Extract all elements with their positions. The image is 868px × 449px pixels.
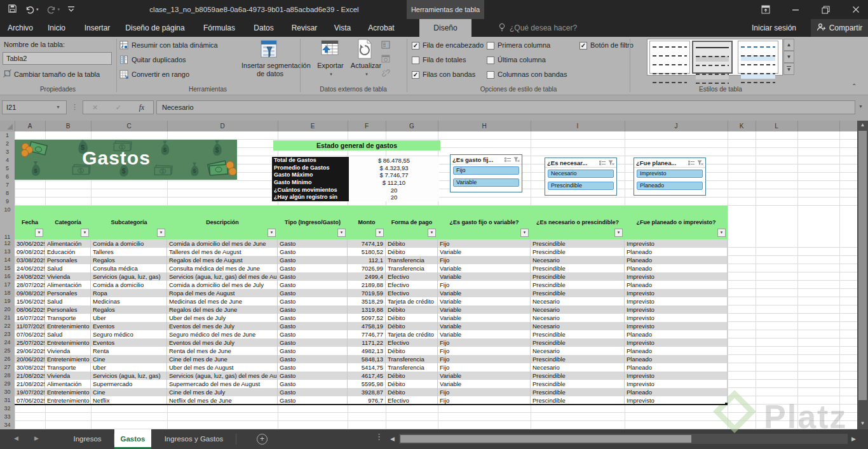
insert-slicer-button[interactable]: Insertar segmentación de datos <box>241 62 299 78</box>
row-number-27[interactable]: 27 <box>0 363 15 372</box>
row-number-33[interactable]: 33 <box>0 413 15 421</box>
table-row[interactable]: 15/06/2025SaludMedicinasMedicinas del me… <box>15 297 728 305</box>
filter-button-1[interactable]: ▼ <box>81 229 89 237</box>
row-number-4[interactable]: 4 <box>0 156 15 164</box>
sheet-nav-right-icon[interactable]: ▶ <box>34 435 39 441</box>
insert-function-icon[interactable]: fx <box>139 104 144 111</box>
horizontal-scrollbar[interactable] <box>399 434 848 444</box>
vertical-scroll-thumb[interactable] <box>858 131 867 400</box>
row-number-26[interactable]: 26 <box>0 355 15 363</box>
filter-button-3[interactable]: ▼ <box>268 229 276 237</box>
unlink-icon[interactable] <box>381 69 390 78</box>
column-header-C[interactable]: C <box>91 121 167 131</box>
row-number-31[interactable]: 31 <box>0 396 15 405</box>
filter-button-4[interactable]: ▼ <box>337 229 346 237</box>
expand-formula-bar-icon[interactable]: ▼ <box>858 104 863 109</box>
sheet-tab-gastos[interactable]: Gastos <box>114 429 151 449</box>
collapse-ribbon-icon[interactable]: ⌃ <box>851 83 857 90</box>
row-number-17[interactable]: 17 <box>0 281 15 289</box>
filter-button-6[interactable]: ▼ <box>428 229 436 237</box>
table-row[interactable]: 24/06/2025SaludConsulta médicaConsulta m… <box>15 264 728 272</box>
undo-dropdown-icon[interactable]: ▾ <box>36 7 39 12</box>
vertical-scrollbar[interactable]: ▲ ▼ <box>857 121 868 429</box>
row-number-16[interactable]: 16 <box>0 272 15 281</box>
filter-button-0[interactable]: ▼ <box>35 229 43 237</box>
table-style-swatch-plain[interactable] <box>649 41 690 74</box>
tab-vista[interactable]: Vista <box>329 19 356 37</box>
tab-acrobat[interactable]: Acrobat <box>362 19 400 37</box>
column-header-A[interactable]: A <box>15 121 45 131</box>
row-number-12[interactable]: 12 <box>0 239 15 248</box>
table-row[interactable]: 28/07/2025AlimentaciónComida a domicilio… <box>15 281 728 289</box>
tab-diseno[interactable]: Diseño <box>419 19 471 37</box>
table-row[interactable]: 16/07/2025TransporteUberUber del mes de … <box>15 314 728 322</box>
customize-quick-access-icon[interactable] <box>67 4 75 15</box>
save-icon[interactable] <box>8 4 17 16</box>
tell-me-search[interactable]: ¿Qué desea hacer? <box>498 19 577 37</box>
filter-button-7[interactable]: ▼ <box>520 229 529 237</box>
checkbox-primera-columna[interactable] <box>487 42 494 50</box>
select-all-button[interactable] <box>0 121 15 131</box>
slicer-header[interactable]: ¿Es gasto fij... <box>451 155 522 164</box>
hscroll-right-icon[interactable]: ▶ <box>851 436 856 442</box>
row-number-1[interactable]: 1 <box>0 131 15 140</box>
table-row[interactable]: 20/06/2025EntretenimientoCineCine del me… <box>15 355 728 363</box>
row-number-34[interactable]: 34 <box>0 421 15 429</box>
filter-button-8[interactable]: ▼ <box>614 229 623 237</box>
column-header-H[interactable]: H <box>438 121 531 131</box>
row-number-6[interactable]: 6 <box>0 173 15 181</box>
name-box-dropdown-icon[interactable]: ▼ <box>56 101 60 114</box>
checkbox-fila-de-totales[interactable] <box>412 57 419 64</box>
tab-revisar[interactable]: Revisar <box>286 19 323 37</box>
row-number-22[interactable]: 22 <box>0 322 15 330</box>
checkbox-bot-n-de-filtro[interactable]: ✓ <box>580 42 587 50</box>
checkbox--ltima-columna[interactable] <box>487 57 494 64</box>
minimize-button[interactable] <box>786 0 805 19</box>
table-row[interactable]: 21/08/2025ViviendaServicios (agua, luz, … <box>15 372 728 380</box>
row-number-14[interactable]: 14 <box>0 256 15 264</box>
undo-button[interactable]: ▾ <box>25 5 39 14</box>
gallery-scroll-down-icon[interactable]: ▼ <box>783 51 794 63</box>
table-row[interactable]: 09/08/2025PersonalesRopaRopa del mes de … <box>15 289 728 297</box>
name-box[interactable]: I21 ▼ <box>2 100 67 114</box>
row-number-10[interactable]: 10 <box>0 206 15 214</box>
sheet-nav-left-icon[interactable]: ◀ <box>14 435 18 441</box>
row-number-8[interactable]: 8 <box>0 189 15 198</box>
table-row[interactable]: 30/08/2025TransporteUberUber del mes de … <box>15 363 728 372</box>
export-button[interactable]: Exportar▾ <box>314 62 347 78</box>
new-sheet-button[interactable]: + <box>257 434 268 445</box>
row-number-23[interactable]: 23 <box>0 330 15 338</box>
restore-button[interactable] <box>816 0 835 19</box>
slicer-header[interactable]: ¿Fue planea... <box>634 158 705 168</box>
tab-datos[interactable]: Datos <box>248 19 280 37</box>
hscroll-left-icon[interactable]: ◀ <box>390 436 395 442</box>
row-number-11[interactable]: 11 <box>0 214 15 239</box>
table-row[interactable]: 19/07/2025EntretenimientoCineCine del me… <box>15 388 728 396</box>
column-header-B[interactable]: B <box>45 121 91 131</box>
table-style-swatch-blue[interactable] <box>738 41 778 74</box>
row-number-19[interactable]: 19 <box>0 297 15 305</box>
tab-archivo[interactable]: Archivo <box>5 19 36 37</box>
slicer-header[interactable]: ¿Es necesar... <box>545 158 616 168</box>
close-button[interactable] <box>844 0 868 19</box>
tab-dise-o-de-p-gina[interactable]: Diseño de página <box>122 19 188 37</box>
sheet-tab-ingresos-y-gastos[interactable]: Ingresos y Gastos <box>152 429 236 449</box>
table-resize-handle[interactable] <box>725 403 728 405</box>
open-in-browser-icon[interactable] <box>381 55 390 64</box>
gallery-more-icon[interactable]: ▼ <box>783 63 794 75</box>
table-properties-icon[interactable] <box>381 41 390 50</box>
refresh-button[interactable]: Actualizar▾ <box>348 62 384 78</box>
row-number-20[interactable]: 20 <box>0 305 15 314</box>
table-row[interactable]: 11/07/2025EntretenimientoEventosEventos … <box>15 322 728 330</box>
slicer-item-fijo[interactable]: Fijo <box>453 166 519 175</box>
tool-convert-range[interactable]: Convertir en rango <box>119 69 189 79</box>
row-number-29[interactable]: 29 <box>0 380 15 388</box>
row-number-2[interactable]: 2 <box>0 140 15 148</box>
name-box-splitter-icon[interactable]: ⋮ <box>71 103 78 111</box>
column-header-F[interactable]: F <box>348 121 386 131</box>
table-row[interactable]: 03/08/2025PersonalesRegalosRegalos del m… <box>15 256 728 264</box>
tab-bar-splitter-icon[interactable]: ⋮ <box>375 432 383 441</box>
tool-pivot[interactable]: Resumir con tabla dinámica <box>119 40 218 50</box>
horizontal-scroll-thumb[interactable] <box>400 435 691 443</box>
row-number-24[interactable]: 24 <box>0 338 15 347</box>
